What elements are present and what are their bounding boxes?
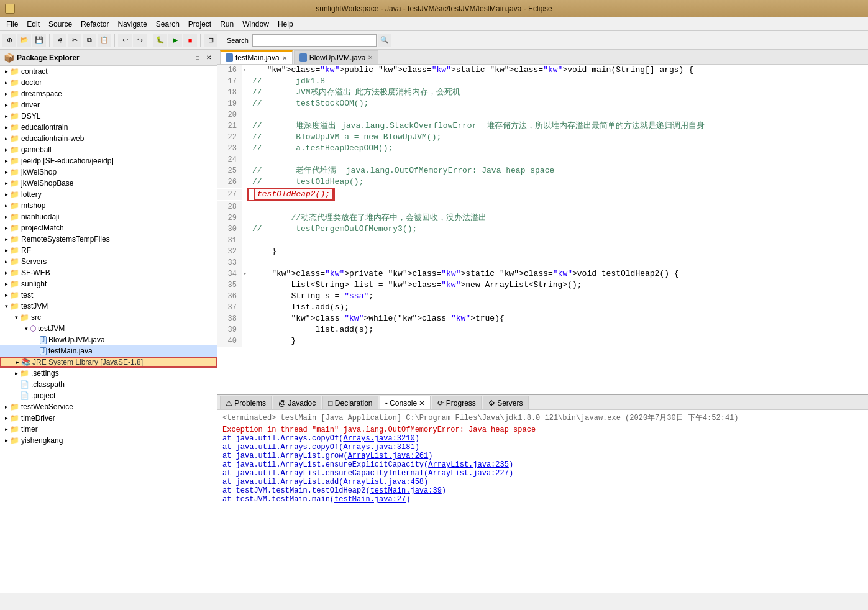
tree-arrow: ▸ <box>2 147 10 153</box>
menu-source[interactable]: Source <box>45 19 76 30</box>
tree-label: timeDriver <box>21 414 55 422</box>
tree-item-12[interactable]: ▸📁mtshop <box>0 200 217 211</box>
tree-item-11[interactable]: ▸📁lottery <box>0 189 217 200</box>
tab-blowupjvm-close[interactable]: ✕ <box>368 54 373 61</box>
tab-problems[interactable]: ⚠ Problems <box>220 396 272 409</box>
toolbar-open[interactable]: 📂 <box>17 34 31 47</box>
tree-label: BlowUpJVM.java <box>48 335 105 344</box>
menu-refactor[interactable]: Refactor <box>77 19 112 30</box>
tab-testmain[interactable]: testMain.java ✕ <box>220 50 293 64</box>
tree-item-1[interactable]: ▸📁doctor <box>0 77 217 88</box>
toolbar-undo[interactable]: ↩ <box>118 34 132 47</box>
tree-item-7[interactable]: ▸📁gameball <box>0 144 217 155</box>
tree-item-31[interactable]: ▸📁timeDriver <box>0 412 217 424</box>
tree-item-17[interactable]: ▸📁Servers <box>0 256 217 267</box>
tree-item-30[interactable]: ▸📁testWebService <box>0 401 217 412</box>
toolbar-print[interactable]: 🖨 <box>53 34 66 47</box>
tree-item-10[interactable]: ▸📁jkWeiShopBase <box>0 178 217 189</box>
menu-run[interactable]: Run <box>216 19 237 30</box>
console-line-2: at java.util.Arrays.copyOf(Arrays.java:3… <box>222 443 863 452</box>
console-link-6[interactable]: ArrayList.java:458 <box>343 478 424 486</box>
menu-search[interactable]: Search <box>152 19 183 30</box>
sidebar-maximize[interactable]: □ <box>193 53 202 62</box>
tree-item-8[interactable]: ▸📁jeeidp [SF-education/jeeidp] <box>0 155 217 166</box>
tab-servers-label: ⚙ Servers <box>488 399 523 407</box>
toolbar-redo[interactable]: ↪ <box>133 34 147 47</box>
tree-item-29[interactable]: 📄.project <box>0 390 217 401</box>
console-link-1[interactable]: Arrays.java:3210 <box>343 434 414 443</box>
tree-item-0[interactable]: ▸📁contract <box>0 66 217 77</box>
tree-item-24[interactable]: JBlowUpJVM.java <box>0 334 217 345</box>
toolbar-save[interactable]: 💾 <box>32 34 46 47</box>
console-line-4: at java.util.ArrayList.ensureExplicitCap… <box>222 460 863 469</box>
tree-item-26[interactable]: ▸📚JRE System Library [JavaSE-1.8] <box>0 357 217 368</box>
folder-icon: 📁 <box>10 268 19 277</box>
search-input[interactable] <box>252 34 377 47</box>
sidebar-minimize[interactable]: – <box>182 53 191 62</box>
tree-item-3[interactable]: ▸📁driver <box>0 99 217 111</box>
menu-project[interactable]: Project <box>185 19 215 30</box>
tab-servers[interactable]: ⚙ Servers <box>483 396 529 409</box>
tree-label: educationtrain <box>21 123 68 132</box>
editor[interactable]: 16▸ "kw">class="kw">public "kw">class="k… <box>217 65 868 394</box>
line-content: } <box>247 246 276 257</box>
tab-console[interactable]: ▪ Console ✕ <box>380 396 431 409</box>
toolbar-paste[interactable]: 📋 <box>98 34 111 47</box>
console-link-5[interactable]: ArrayList.java:227 <box>428 469 509 478</box>
toolbar-debug[interactable]: 🐛 <box>153 34 167 47</box>
menu-navigate[interactable]: Navigate <box>114 19 150 30</box>
tree-arrow: ▸ <box>2 437 10 444</box>
folder-icon: 📁 <box>10 302 19 311</box>
toolbar-stop[interactable]: ■ <box>183 34 197 47</box>
search-button[interactable]: 🔍 <box>378 34 391 47</box>
menu-window[interactable]: Window <box>239 19 273 30</box>
tree-item-13[interactable]: ▸📁nianhuodaji <box>0 211 217 222</box>
menu-help[interactable]: Help <box>274 19 297 30</box>
menu-file[interactable]: File <box>2 19 22 30</box>
line-number: 28 <box>217 201 242 212</box>
tree-item-2[interactable]: ▸📁dreamspace <box>0 88 217 99</box>
tree-item-6[interactable]: ▸📁educationtrain-web <box>0 133 217 144</box>
tree-item-33[interactable]: ▸📁yishengkang <box>0 435 217 446</box>
console-link-7[interactable]: testMain.java:39 <box>370 486 442 495</box>
toolbar-cut[interactable]: ✂ <box>68 34 81 47</box>
tree-item-15[interactable]: ▸📁RemoteSystemsTempFiles <box>0 234 217 245</box>
line-content: // JVM栈内存溢出 此方法极度消耗内存，会死机 <box>247 87 460 98</box>
tree-item-16[interactable]: ▸📁RF <box>0 245 217 256</box>
tree-item-19[interactable]: ▸📁sunlight <box>0 278 217 289</box>
tree-item-18[interactable]: ▸📁SF-WEB <box>0 267 217 278</box>
tree-item-21[interactable]: ▾📁testJVM <box>0 301 217 312</box>
toolbar-perspective[interactable]: ⊞ <box>204 34 217 47</box>
tab-progress[interactable]: ⟳ Progress <box>432 396 481 409</box>
code-area[interactable]: 16▸ "kw">class="kw">public "kw">class="k… <box>217 65 868 394</box>
toolbar-copy[interactable]: ⧉ <box>83 34 96 47</box>
tree-item-22[interactable]: ▾📁src <box>0 312 217 323</box>
toolbar-new[interactable]: ⊕ <box>2 34 16 47</box>
console-link-3[interactable]: ArrayList.java:261 <box>348 452 429 460</box>
tree-item-25[interactable]: JtestMain.java <box>0 345 217 357</box>
tab-testmain-close[interactable]: ✕ <box>282 55 287 61</box>
folder-icon: 📁 <box>10 201 19 210</box>
toolbar-run[interactable]: ▶ <box>168 34 182 47</box>
tree-arrow: ▸ <box>2 415 10 421</box>
menu-edit[interactable]: Edit <box>23 19 43 30</box>
tree-item-14[interactable]: ▸📁projectMatch <box>0 222 217 234</box>
tree-item-20[interactable]: ▸📁test <box>0 289 217 301</box>
tree-item-23[interactable]: ▾⬡testJVM <box>0 323 217 334</box>
tree-item-4[interactable]: ▸📁DSYL <box>0 111 217 122</box>
tree-item-28[interactable]: 📄.classpath <box>0 379 217 390</box>
tab-declaration[interactable]: □ Declaration <box>322 396 378 409</box>
tree-item-9[interactable]: ▸📁jkWeiShop <box>0 166 217 178</box>
console-link-8[interactable]: testMain.java:27 <box>334 495 406 504</box>
tree-label: mtshop <box>21 201 45 210</box>
tree-item-27[interactable]: ▸📁.settings <box>0 368 217 379</box>
tree-item-32[interactable]: ▸📁timer <box>0 424 217 435</box>
tree-item-5[interactable]: ▸📁educationtrain <box>0 122 217 133</box>
tab-blowupjvm[interactable]: BlowUpJVM.java ✕ <box>294 50 379 64</box>
tab-javadoc[interactable]: @ Javadoc <box>273 396 321 409</box>
console-link-4[interactable]: ArrayList.java:235 <box>428 460 509 469</box>
console-link-2[interactable]: Arrays.java:3181 <box>343 443 414 452</box>
folder-icon: 📁 <box>10 291 19 299</box>
tab-progress-label: ⟳ Progress <box>437 399 475 407</box>
sidebar-close[interactable]: ✕ <box>204 53 213 62</box>
